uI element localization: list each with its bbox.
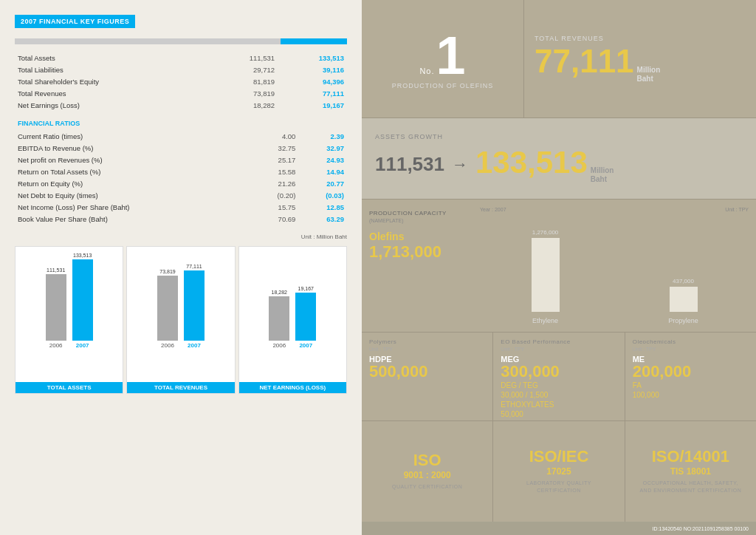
revenue-block: TOTAL REVENUES 77,111 Million Baht [524, 0, 756, 117]
production-subtitle: (NAMEPLATE) [369, 218, 472, 223]
table-row: Book Value Per Share (Baht)70.6963.29 [15, 213, 347, 225]
bar-year-2007: 2007 [76, 342, 89, 349]
chem-sub: DEG / TEG [501, 381, 616, 389]
chem-title: Oleochemicals [633, 338, 749, 345]
bar-val-2006: 18,282 [272, 290, 287, 295]
left-panel: 2007 FINANCIAL KEY FIGURES Total Assets1… [0, 0, 362, 535]
assets-from: 111,531 [375, 153, 444, 176]
prod-bar-xlabel: Propylene [668, 317, 698, 324]
no1-number: 1 [436, 29, 466, 82]
unit-label: Unit : Million Baht [15, 234, 347, 240]
table-row: Total Shareholder's Equity81,81994,396 [15, 75, 347, 87]
revenue-value-display: 77,111 Million Baht [535, 45, 746, 84]
bar-col-2006: 18,282 2006 [269, 290, 289, 349]
table-row: Return on Equity (%)21.2620.77 [15, 177, 347, 189]
iso-col-9001-2000: ISO 9001 : 2000 QUALITY CERTIFICATION [362, 421, 493, 522]
iso-value: 17025 [546, 466, 571, 477]
production-unit-label: Unit : TPY [725, 207, 749, 212]
chart-label: NET EARNINGS (LOSS) [239, 382, 346, 393]
table-row: Current Ratio (times)4.002.39 [15, 130, 347, 142]
chem-title: EO Based Performance [501, 338, 616, 345]
production-title: PRODUCTION CAPACITY [369, 210, 472, 217]
chart-total-revenues: 73,819 2006 77,111 2007 TOTAL REVENUES [126, 246, 235, 394]
chem-product-value: 500,000 [369, 364, 485, 380]
chem-unit: Unit : TPY [501, 347, 616, 352]
iso-number: ISO/14001 [652, 449, 729, 465]
chem-unit: Unit : TPY [369, 347, 485, 352]
chem-unit: Unit : TPY [633, 347, 749, 352]
bar-rect-2006 [269, 296, 289, 341]
chem-sub: FA [633, 381, 749, 389]
production-left: PRODUCTION CAPACITY (NAMEPLATE) Olefins … [369, 207, 472, 324]
production-chart-labels: Year : 2007 Unit : TPY [480, 207, 749, 212]
chem-sub: 50,000 [501, 410, 616, 418]
bar-val-2007: 133,513 [73, 253, 92, 258]
bar-col-2006: 111,531 2006 [46, 268, 66, 349]
chem-product-value: 200,000 [633, 364, 749, 380]
chart-label: TOTAL ASSETS [16, 382, 123, 393]
bar-col-2007: 19,167 2007 [295, 286, 316, 349]
prod-bar-fill [532, 238, 560, 312]
iso-value: 9001 : 2000 [404, 470, 451, 480]
bar-year-2006: 2006 [272, 342, 286, 349]
chart-bars: 111,531 2006 133,513 2007 [46, 253, 93, 349]
arrow-icon: → [452, 155, 468, 174]
production-bar-area: 1,276,000 Ethylene 437,000 Propylene [480, 215, 749, 324]
ratios-table: Current Ratio (times)4.002.39EBITDA to R… [15, 130, 347, 225]
assets-growth-numbers: 111,531 → 133,513 Million Baht [375, 145, 743, 184]
bar-rect-2007 [295, 293, 316, 341]
chart-net-earnings: 18,282 2006 19,167 2007 NET EARNINGS (LO… [238, 246, 347, 394]
table-row: Net Income (Loss) Per Share (Baht)15.751… [15, 201, 347, 213]
iso-desc: OCCUPATIONAL HEALTH, SAFETY,AND ENVIRONM… [639, 480, 741, 494]
assets-unit: Million Baht [591, 166, 614, 184]
chem-sub: 30,000 / 1,500 [501, 391, 616, 399]
chem-col-oleochemicals: Oleochemicals Unit : TPY ME 200,000 FA10… [625, 333, 756, 420]
iso-desc: LABORATORY QUALITYCERTIFICATION [526, 480, 591, 494]
assets-growth-block: ASSETS GROWTH 111,531 → 133,513 Million … [362, 118, 756, 200]
chart-bars: 18,282 2006 19,167 2007 [269, 253, 316, 349]
chart-label: TOTAL REVENUES [127, 382, 234, 393]
production-product-value: 1,713,000 [369, 242, 472, 262]
bar-year-2006: 2006 [49, 342, 63, 349]
assets-growth-title: ASSETS GROWTH [375, 133, 743, 140]
iso-desc: QUALITY CERTIFICATION [392, 483, 462, 491]
ratios-section-title: FINANCIAL RATIOS [15, 120, 347, 127]
table-row: Net Earnings (Loss)18,28219,167 [15, 99, 347, 111]
bar-col-2006: 73,819 2006 [157, 269, 178, 349]
right-top-section: No. 1 PRODUCTION OF OLEFINS TOTAL REVENU… [362, 0, 756, 118]
financials-table: Total Assets111,531133,513Total Liabilit… [15, 52, 347, 111]
prod-bar-propylene: 437,000 Propylene [618, 215, 749, 324]
prod-bar-ethylene: 1,276,000 Ethylene [480, 215, 611, 324]
iso-value: TIS 18001 [670, 466, 711, 477]
bar-year-2006: 2006 [161, 342, 174, 349]
iso-col-17025: ISO/IEC 17025 LABORATORY QUALITYCERTIFIC… [493, 421, 625, 522]
chart-bars: 73,819 2006 77,111 2007 [157, 253, 205, 349]
bar-col-2007: 133,513 2007 [72, 253, 93, 349]
table-row: Total Assets111,531133,513 [15, 52, 347, 64]
revenue-title: TOTAL REVENUES [535, 35, 746, 42]
prod-bar-num: 437,000 [673, 278, 694, 284]
assets-to: 133,513 Million Baht [475, 145, 614, 184]
prod-bar-xlabel: Ethylene [532, 317, 558, 324]
iso-col-tis-18001: ISO/14001 TIS 18001 OCCUPATIONAL HEALTH,… [625, 421, 756, 522]
footer-text: ID:13420540 NO:20211091258385 00100 [653, 526, 749, 531]
chem-product-value: 300,000 [501, 364, 616, 380]
chem-sub: ETHOXYLATES [501, 401, 616, 409]
bar-rect-2007 [72, 259, 93, 341]
iso-number: ISO [413, 452, 441, 468]
iso-number: ISO/IEC [529, 449, 589, 465]
chem-col-eo-based-performance: EO Based Performance Unit : TPY MEG 300,… [493, 333, 625, 420]
bar-year-2007: 2007 [299, 342, 312, 349]
bar-year-2007: 2007 [188, 342, 201, 349]
table-row: EBITDA to Revenue (%)32.7532.97 [15, 142, 347, 154]
iso-block: ISO 9001 : 2000 QUALITY CERTIFICATION IS… [362, 421, 756, 522]
revenue-value: 77,111 [535, 45, 634, 78]
chem-sub: 100,000 [633, 391, 749, 399]
table-row: Net Debt to Equity (times)(0.20)(0.03) [15, 189, 347, 201]
revenue-unit: Million Baht [637, 66, 661, 84]
chart-total-assets: 111,531 2006 133,513 2007 TOTAL ASSETS [15, 246, 123, 394]
table-row: Total Liabilities29,71239,116 [15, 64, 347, 75]
prod-bar-num: 1,276,000 [532, 229, 559, 236]
footer-strip: ID:13420540 NO:20211091258385 00100 [362, 522, 756, 535]
bar-val-2007: 19,167 [298, 286, 314, 291]
